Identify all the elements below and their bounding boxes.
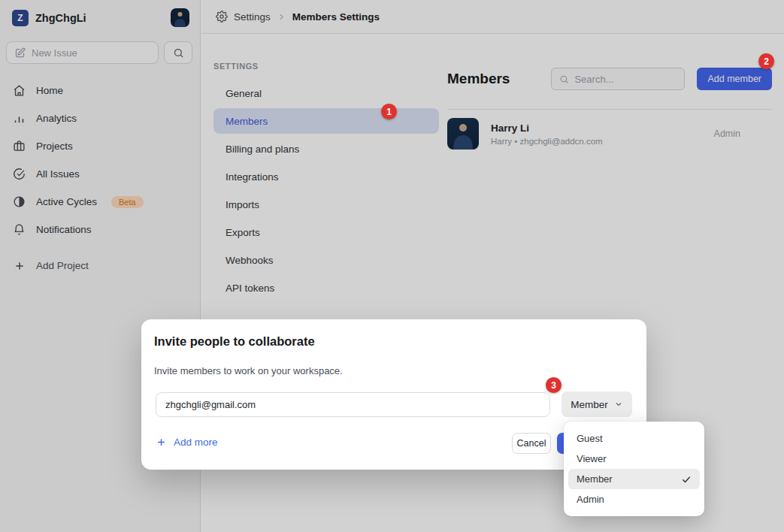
annotation-step-2: 2 (758, 53, 774, 69)
add-more-button[interactable]: Add more (156, 437, 218, 448)
chevron-down-icon (614, 400, 623, 409)
check-icon (681, 474, 692, 485)
cancel-button[interactable]: Cancel (512, 433, 551, 454)
app-window: Z ZhgChgLi New Issue (0, 0, 784, 532)
role-option-member[interactable]: Member (568, 469, 700, 489)
role-select[interactable]: Member (562, 391, 632, 417)
plus-icon (156, 437, 167, 448)
role-option-admin[interactable]: Admin (568, 489, 700, 509)
modal-title: Invite people to collaborate (154, 334, 315, 349)
invite-email-input[interactable] (156, 392, 550, 417)
role-option-guest[interactable]: Guest (568, 428, 700, 449)
annotation-step-1: 1 (381, 104, 397, 119)
annotation-step-3: 3 (546, 377, 562, 393)
role-option-viewer[interactable]: Viewer (568, 449, 700, 469)
role-select-value: Member (571, 399, 608, 410)
modal-subtitle: Invite members to work on your workspace… (154, 365, 343, 376)
role-dropdown-menu: Guest Viewer Member Admin (564, 422, 704, 516)
